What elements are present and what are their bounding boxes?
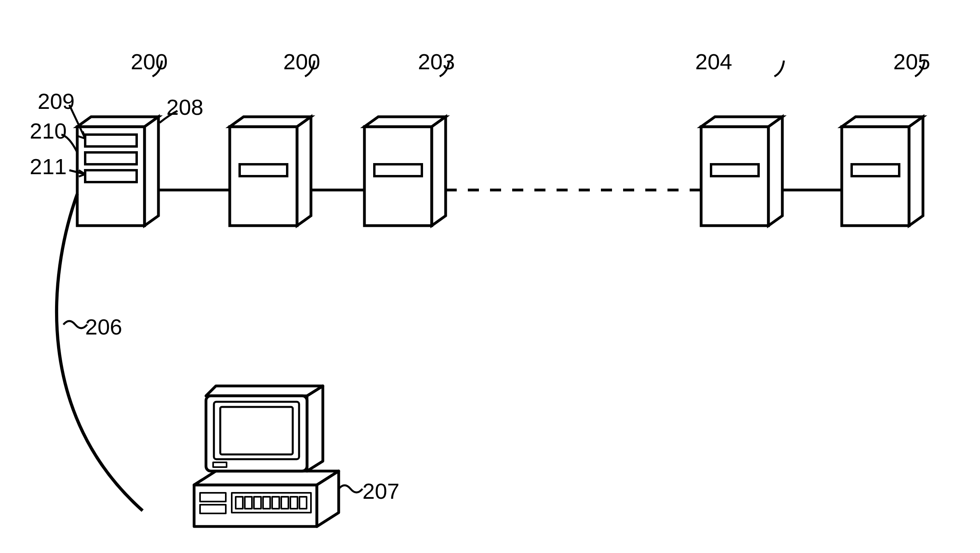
- svg-rect-8: [200, 493, 226, 502]
- svg-rect-18: [299, 497, 307, 509]
- tower-5: [842, 117, 923, 226]
- label-204: 204: [695, 49, 732, 74]
- svg-rect-13: [254, 497, 261, 509]
- svg-rect-17: [290, 497, 297, 509]
- label-209: 209: [38, 89, 74, 114]
- svg-rect-11: [236, 497, 243, 509]
- label-205: 205: [893, 49, 930, 74]
- desktop-pc-207: [194, 386, 339, 526]
- label-206: 206: [85, 314, 122, 339]
- label-200b: 200: [283, 49, 320, 74]
- svg-rect-22: [213, 462, 227, 467]
- label-200a: 200: [131, 49, 168, 74]
- network-diagram: 200 200 203 204 205 209 210 211 208 206 …: [0, 0, 980, 553]
- svg-rect-14: [263, 497, 270, 509]
- ref-labels: 200 200 203 204 205 209 210 211 208 206 …: [30, 49, 930, 504]
- svg-rect-21: [220, 407, 293, 454]
- svg-rect-16: [281, 497, 288, 509]
- tower-3: [364, 117, 446, 226]
- tower-1: [77, 117, 158, 226]
- label-207: 207: [362, 479, 399, 504]
- label-203: 203: [418, 49, 455, 74]
- svg-rect-12: [245, 497, 252, 509]
- tower-4: [701, 117, 782, 226]
- label-210: 210: [30, 118, 67, 143]
- label-208: 208: [166, 95, 203, 120]
- tower-2: [230, 117, 311, 226]
- svg-rect-9: [200, 505, 226, 513]
- svg-rect-15: [272, 497, 279, 509]
- cable-206: [57, 194, 143, 511]
- label-211: 211: [30, 154, 67, 179]
